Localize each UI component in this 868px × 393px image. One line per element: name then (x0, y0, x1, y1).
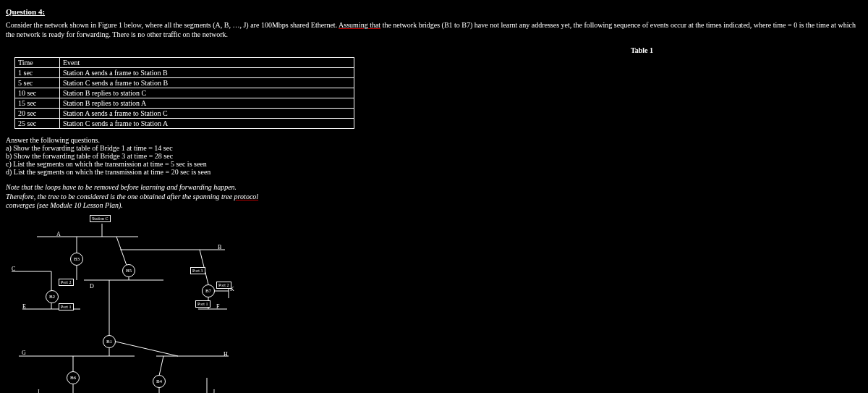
event-table: Time Event 1 sec Station A sends a frame… (14, 57, 354, 129)
table-header-time: Time (15, 58, 60, 68)
b7-port2-label: Port 2 (216, 282, 231, 289)
segment-c-label: C (12, 266, 15, 272)
station-c-box: Station C (90, 215, 111, 222)
table-cell-event: Station C sends a frame to Station A (60, 119, 354, 129)
b2-port2-label: Port 2 (59, 279, 74, 286)
note-line-2a: Therefore, the tree to be considered is … (6, 193, 234, 200)
b7-port1-label: Port 1 (195, 300, 210, 308)
network-diagram: Station C A B C D E F G H I J K B3 B5 B2… (12, 215, 258, 394)
segment-h-label: H (224, 351, 228, 358)
bridge-b3: B3 (70, 253, 83, 266)
sub-question-a: a) Show the forwarding table of Bridge 1… (6, 144, 862, 152)
note-protocol-link: protocol (234, 193, 259, 200)
segment-i-label: I (38, 389, 40, 394)
table-cell-event: Station A sends a frame to Station C (60, 109, 354, 119)
sub-question-d: d) List the segments on which the transm… (6, 168, 862, 176)
table-row: 10 sec Station B replies to station C (15, 88, 354, 98)
b2-port1-label: Port 1 (59, 303, 74, 310)
table-label: Table 1 (422, 46, 862, 54)
table-cell-time: 20 sec (15, 109, 60, 119)
segment-g-label: G (22, 350, 26, 356)
bridge-b7: B7 (202, 284, 215, 297)
bridge-b1: B1 (103, 335, 116, 348)
bridge-b2: B2 (46, 290, 59, 303)
segment-a-label: A (56, 231, 61, 237)
table-cell-time: 15 sec (15, 98, 60, 109)
segment-b-label: B (218, 244, 221, 250)
intro-assuming: Assuming that (339, 21, 380, 29)
intro-part-1: Consider the network shown in Figure 1 b… (6, 21, 339, 29)
table-cell-event: Station A sends a frame to Station B (60, 68, 354, 78)
table-header-event: Event (60, 58, 354, 68)
sub-question-b: b) Show the forwarding table of Bridge 3… (6, 152, 862, 160)
table-cell-time: 1 sec (15, 68, 60, 78)
italic-note: Note that the loops have to be removed b… (6, 183, 295, 211)
table-cell-event: Station C sends a frame to Station B (60, 78, 354, 88)
b7-port3-label: Port 3 (190, 267, 205, 274)
table-row: 15 sec Station B replies to station A (15, 98, 354, 109)
note-line-1: Note that the loops have to be removed b… (6, 183, 237, 191)
table-row: Time Event (15, 58, 354, 68)
table-row: 20 sec Station A sends a frame to Statio… (15, 109, 354, 119)
diagram-wires (12, 215, 258, 394)
bridge-b4: B4 (153, 375, 166, 388)
table-cell-event: Station B replies to station C (60, 88, 354, 98)
table-cell-time: 5 sec (15, 78, 60, 88)
intro-paragraph: Consider the network shown in Figure 1 b… (6, 20, 862, 39)
segment-d-label: D (90, 283, 94, 290)
note-line-3: converges (see Module 10 Lesson Plan). (6, 201, 123, 209)
table-row: 1 sec Station A sends a frame to Station… (15, 68, 354, 78)
segment-e-label: E (22, 303, 26, 310)
table-cell-time: 10 sec (15, 88, 60, 98)
segment-f-label: F (216, 303, 219, 310)
answer-heading: Answer the following questions. (6, 136, 862, 144)
segment-j-label: J (213, 389, 215, 394)
table-cell-time: 25 sec (15, 119, 60, 129)
question-title: Question 4: (6, 7, 862, 16)
table-row: 5 sec Station C sends a frame to Station… (15, 78, 354, 88)
bridge-b5: B5 (122, 264, 135, 277)
svg-line-26 (159, 356, 163, 376)
bridge-b6: B6 (67, 371, 80, 384)
svg-line-21 (116, 342, 178, 356)
sub-question-c: c) List the segments on which the transm… (6, 160, 862, 168)
table-row: 25 sec Station C sends a frame to Statio… (15, 119, 354, 129)
table-cell-event: Station B replies to station A (60, 98, 354, 109)
